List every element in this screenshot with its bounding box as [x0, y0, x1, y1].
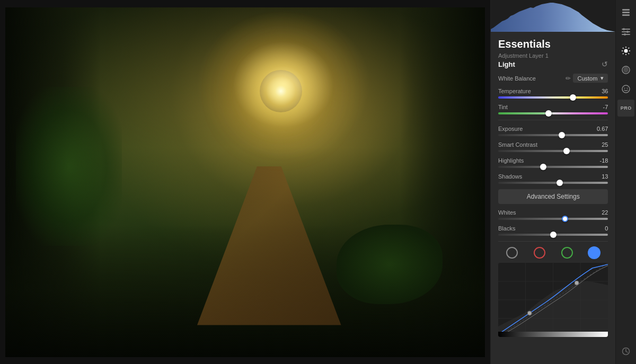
smart-contrast-label: Smart Contrast [498, 141, 537, 148]
whites-header: Whites 22 [498, 209, 608, 216]
tone-curve[interactable] [498, 263, 608, 337]
image-area [0, 0, 490, 364]
adjustment-layer-label: Adjustment Layer 1 [498, 52, 608, 59]
temperature-thumb[interactable] [570, 94, 576, 101]
svg-point-32 [627, 88, 628, 89]
tint-label: Tint [498, 104, 508, 110]
section-title: Light [498, 60, 515, 68]
highlights-track[interactable] [498, 166, 608, 168]
reset-icon[interactable]: ↺ [602, 60, 608, 68]
whites-label: Whites [498, 209, 516, 216]
svg-point-20 [624, 49, 628, 53]
blacks-slider-row: Blacks 0 [498, 225, 608, 236]
separator-2 [498, 241, 608, 242]
blacks-label: Blacks [498, 225, 515, 232]
blacks-thumb[interactable] [550, 232, 556, 238]
shadows-thumb[interactable] [556, 180, 563, 186]
curve-channel-white[interactable] [506, 247, 518, 259]
smart-contrast-track[interactable] [498, 150, 608, 152]
highlights-header: Highlights -18 [498, 157, 608, 164]
exposure-track[interactable] [498, 134, 608, 136]
whites-slider-row: Whites 22 [498, 209, 608, 220]
svg-point-9 [575, 281, 579, 285]
sun-icon[interactable] [617, 42, 634, 59]
highlights-value: -18 [595, 157, 608, 164]
shadows-label: Shadows [498, 173, 522, 180]
svg-rect-10 [498, 332, 608, 337]
whites-thumb[interactable] [562, 216, 568, 222]
svg-rect-12 [622, 12, 630, 13]
shadows-value: 13 [595, 173, 608, 180]
svg-rect-13 [622, 14, 630, 16]
curve-channel-blue[interactable] [588, 247, 600, 259]
photo-container [5, 7, 485, 357]
blacks-track[interactable] [498, 234, 608, 236]
white-balance-controls: ✏ Custom ▾ [566, 74, 608, 83]
eyedropper-icon[interactable]: ✏ [566, 75, 571, 82]
white-balance-dropdown[interactable]: Custom ▾ [573, 74, 608, 83]
whites-track[interactable] [498, 218, 608, 220]
svg-line-27 [629, 48, 630, 49]
shadows-slider-row: Shadows 13 [498, 173, 608, 184]
face-icon[interactable] [617, 81, 634, 97]
separator-1 [498, 120, 608, 120]
pro-badge[interactable]: PRO [617, 100, 634, 117]
photo-background [5, 7, 485, 357]
shadows-header: Shadows 13 [498, 173, 608, 180]
smart-contrast-slider-row: Smart Contrast 25 [498, 141, 608, 152]
white-balance-row: White Balance ✏ Custom ▾ [498, 74, 608, 83]
smart-contrast-header: Smart Contrast 25 [498, 141, 608, 148]
white-balance-label: White Balance [498, 75, 536, 82]
temperature-slider-row: Temperature 36 [498, 88, 608, 99]
svg-rect-15 [622, 31, 630, 32]
panel-content[interactable]: Essentials Adjustment Layer 1 Light ↺ Wh… [491, 32, 615, 364]
sliders-icon[interactable] [617, 23, 634, 40]
tint-track[interactable] [498, 112, 608, 114]
blacks-value: 0 [595, 225, 608, 232]
svg-point-18 [626, 31, 629, 33]
svg-line-35 [626, 351, 628, 352]
white-balance-value: Custom [577, 75, 597, 82]
svg-line-26 [629, 54, 630, 55]
clock-icon[interactable] [617, 343, 634, 360]
chevron-down-icon: ▾ [600, 75, 604, 82]
svg-line-28 [623, 54, 624, 55]
svg-rect-11 [622, 9, 630, 11]
temperature-value: 36 [595, 88, 608, 94]
essentials-title: Essentials [498, 38, 608, 50]
sun-burst [260, 70, 302, 112]
tint-thumb[interactable] [545, 110, 552, 117]
exposure-slider-row: Exposure 0.67 [498, 126, 608, 136]
tint-slider-row: Tint -7 [498, 104, 608, 114]
shadows-track[interactable] [498, 182, 608, 184]
advanced-settings-button[interactable]: Advanced Settings [498, 189, 608, 204]
svg-point-31 [624, 88, 625, 89]
blacks-header: Blacks 0 [498, 225, 608, 232]
highlights-slider-row: Highlights -18 [498, 157, 608, 168]
exposure-value: 0.67 [595, 126, 608, 132]
palette-icon[interactable] [617, 61, 634, 78]
highlights-thumb[interactable] [540, 164, 546, 170]
smart-contrast-value: 25 [595, 141, 608, 148]
tint-value: -7 [595, 104, 608, 110]
temperature-label: Temperature [498, 88, 531, 94]
svg-point-30 [622, 85, 630, 93]
exposure-thumb[interactable] [559, 132, 565, 138]
highlights-label: Highlights [498, 157, 524, 164]
temperature-track[interactable] [498, 96, 608, 99]
svg-point-8 [527, 311, 532, 315]
svg-line-25 [623, 48, 624, 49]
green-foliage [16, 87, 122, 246]
exposure-label: Exposure [498, 126, 523, 132]
curve-channel-green[interactable] [561, 247, 573, 259]
toolbar-icons: PRO [615, 0, 636, 364]
right-panel: Essentials Adjustment Layer 1 Light ↺ Wh… [490, 0, 615, 364]
smart-contrast-thumb[interactable] [563, 148, 570, 154]
curve-channel-red[interactable] [534, 247, 545, 259]
layers-icon[interactable] [617, 4, 634, 21]
histogram [491, 0, 615, 32]
section-header: Light ↺ [498, 60, 608, 68]
curve-channels [498, 247, 608, 259]
svg-point-17 [623, 28, 625, 30]
exposure-header: Exposure 0.67 [498, 126, 608, 132]
